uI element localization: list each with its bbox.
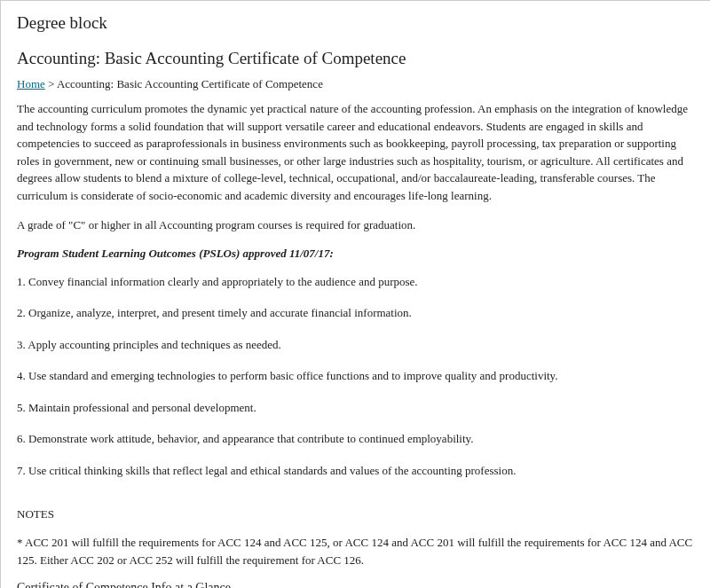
pslo-item: 2. Organize, analyze, interpret, and pre… xyxy=(17,304,694,322)
pslo-item: 4. Use standard and emerging technologie… xyxy=(17,367,694,385)
pslo-item: 6. Demonstrate work attitude, behavior, … xyxy=(17,430,694,448)
breadcrumb-home-link[interactable]: Home xyxy=(17,77,45,90)
breadcrumb-current: Accounting: Basic Accounting Certificate… xyxy=(57,77,323,90)
grade-requirement: A grade of "C" or higher in all Accounti… xyxy=(17,216,694,234)
pslo-item: 1. Convey financial information clearly … xyxy=(17,273,694,291)
pslo-item: 3. Apply accounting principles and techn… xyxy=(17,336,694,354)
pslo-heading: Program Student Learning Outcomes (PSLOs… xyxy=(17,247,694,261)
notes-heading: NOTES xyxy=(17,507,694,521)
pslo-item: 5. Maintain professional and personal de… xyxy=(17,399,694,417)
glance-title: Certificate of Competence Info at a Glan… xyxy=(17,581,694,588)
breadcrumb-separator: > xyxy=(48,77,54,90)
section-title: Degree block xyxy=(17,13,694,33)
intro-paragraph: The accounting curriculum promotes the d… xyxy=(17,100,694,204)
page-title: Accounting: Basic Accounting Certificate… xyxy=(17,49,694,68)
pslo-item: 7. Use critical thinking skills that ref… xyxy=(17,462,694,480)
breadcrumb: Home > Accounting: Basic Accounting Cert… xyxy=(17,77,694,91)
notes-text: * ACC 201 will fulfill the requirements … xyxy=(17,534,694,568)
